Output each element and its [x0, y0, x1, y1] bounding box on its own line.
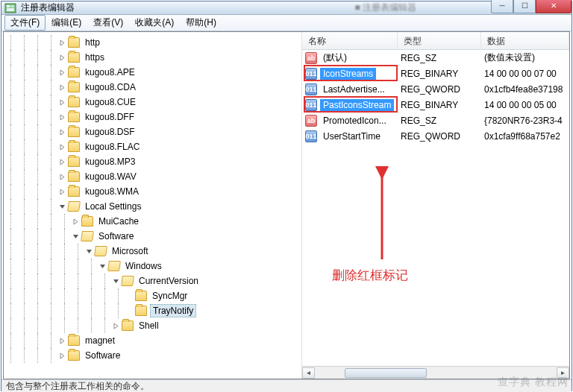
expand-toggle-icon[interactable] — [57, 172, 66, 181]
scroll-left-icon[interactable]: ◄ — [302, 367, 315, 379]
list-row[interactable]: 011LastAdvertise...REG_QWORD0x1cfb4fea8e… — [302, 81, 569, 97]
tree-label[interactable]: CurrentVersion — [137, 275, 201, 287]
column-header-data[interactable]: 数据 — [481, 32, 569, 49]
tree-item[interactable]: SyncMgr — [4, 288, 301, 303]
tree-item[interactable]: kugou8.WMA — [4, 184, 301, 199]
expand-toggle-icon[interactable] — [98, 262, 107, 271]
column-header-name[interactable]: 名称 — [302, 32, 398, 49]
tree-item[interactable]: kugou8.MP3 — [4, 154, 301, 169]
list-row[interactable]: abPromotedIcon...REG_SZ{7820NR76-23R3-4 — [302, 113, 569, 128]
value-name[interactable]: PromotedIcon... — [320, 115, 389, 127]
tree-label[interactable]: Shell — [137, 320, 161, 332]
folder-icon — [68, 37, 80, 48]
tree-label[interactable]: http — [83, 37, 102, 48]
tree-item[interactable]: MuiCache — [4, 214, 301, 229]
tree-label[interactable]: kugou8.CDA — [83, 81, 138, 93]
scroll-right-icon[interactable]: ► — [557, 367, 569, 379]
tree-label[interactable]: MuiCache — [96, 215, 141, 227]
expand-toggle-icon[interactable] — [71, 217, 80, 226]
tree-label[interactable]: kugou8.DSF — [83, 126, 137, 138]
tree-label[interactable]: kugou8.APE — [83, 66, 137, 78]
expand-toggle-icon[interactable] — [57, 142, 66, 151]
tree-item[interactable]: Software — [4, 229, 301, 244]
maximize-button[interactable]: ☐ — [513, 0, 536, 13]
tree-label[interactable]: Software — [83, 350, 122, 361]
value-type: REG_QWORD — [398, 84, 481, 95]
tree-label[interactable]: Local Settings — [83, 200, 143, 212]
expand-toggle-icon[interactable] — [84, 247, 93, 256]
tree-label[interactable]: kugou8.CUE — [83, 96, 138, 108]
expand-toggle-icon[interactable] — [111, 276, 120, 285]
tree-label[interactable]: Windows — [123, 260, 164, 272]
folder-icon — [68, 350, 80, 361]
tree-label[interactable]: kugou8.WMA — [83, 186, 141, 197]
menu-file[interactable]: 文件(F) — [4, 15, 46, 31]
tree-label[interactable]: kugou8.FLAC — [83, 141, 142, 153]
tree-item[interactable]: CurrentVersion — [4, 274, 301, 288]
list-hscrollbar[interactable]: ◄ ► — [302, 366, 569, 379]
list-row[interactable]: ab(默认)REG_SZ(数值未设置) — [302, 50, 569, 66]
expand-toggle-icon[interactable] — [57, 68, 66, 77]
folder-icon — [68, 127, 80, 137]
tree-label[interactable]: Software — [96, 230, 136, 242]
menu-help[interactable]: 帮助(H) — [180, 15, 222, 31]
tree-label[interactable]: magnet — [83, 335, 117, 347]
tree-item[interactable]: kugou8.DSF — [4, 124, 301, 139]
tree-label[interactable]: kugou8.WAV — [83, 171, 139, 183]
tree-item[interactable]: kugou8.CDA — [4, 80, 301, 95]
expand-toggle-icon[interactable] — [57, 157, 66, 166]
tree-item[interactable]: Windows — [4, 259, 301, 274]
tree-label[interactable]: Microsoft — [110, 245, 151, 257]
value-name[interactable]: LastAdvertise... — [320, 83, 388, 95]
tree-item[interactable]: Local Settings — [4, 199, 301, 214]
tree-item[interactable]: kugou8.CUE — [4, 95, 301, 110]
column-header-type[interactable]: 类型 — [398, 32, 481, 49]
list-row[interactable]: 011PastIconsStreamREG_BINARY14 00 00 00 … — [302, 97, 569, 113]
tree-item[interactable]: kugou8.DFF — [4, 110, 301, 124]
tree-item[interactable]: Shell — [4, 318, 301, 333]
tree-item[interactable]: kugou8.WAV — [4, 169, 301, 184]
tree-label[interactable]: kugou8.MP3 — [83, 156, 137, 168]
expand-toggle-icon[interactable] — [57, 351, 66, 360]
expand-toggle-icon[interactable] — [57, 53, 66, 62]
list-pane[interactable]: 名称 类型 数据 ab(默认)REG_SZ(数值未设置)011IconStrea… — [302, 32, 569, 379]
menu-edit[interactable]: 编辑(E) — [46, 15, 87, 31]
tree-item[interactable]: kugou8.FLAC — [4, 139, 301, 154]
expand-toggle-icon[interactable] — [57, 336, 66, 345]
expand-toggle-icon[interactable] — [57, 202, 66, 211]
tree-label[interactable]: SyncMgr — [150, 290, 190, 302]
expand-toggle-icon[interactable] — [57, 113, 66, 121]
titlebar[interactable]: 注册表编辑器 ■ 注册表编辑器 ─ ☐ ✕ — [1, 1, 572, 15]
tree-item[interactable]: magnet — [4, 333, 301, 348]
value-name[interactable]: (默认) — [320, 51, 350, 65]
list-row[interactable]: 011UserStartTimeREG_QWORD0x1cfa9ff68a757… — [302, 128, 569, 144]
menu-view[interactable]: 查看(V) — [87, 15, 129, 31]
expand-toggle-icon[interactable] — [111, 321, 120, 330]
close-button[interactable]: ✕ — [536, 0, 572, 13]
svg-rect-1 — [7, 5, 10, 7]
tree-item[interactable]: Microsoft — [4, 244, 301, 259]
expand-toggle-icon[interactable] — [57, 98, 66, 107]
tree-item[interactable]: http — [4, 35, 301, 50]
regedit-icon — [4, 2, 16, 14]
expand-toggle-icon[interactable] — [57, 127, 66, 136]
tree-item[interactable]: Software — [4, 348, 301, 363]
tree-label[interactable]: https — [83, 51, 107, 63]
tree-label[interactable]: kugou8.DFF — [83, 111, 137, 123]
tree-item[interactable]: kugou8.APE — [4, 65, 301, 80]
expand-toggle-icon[interactable] — [57, 38, 66, 47]
tree-item[interactable]: TrayNotify — [4, 303, 301, 318]
expand-toggle-icon[interactable] — [57, 83, 66, 92]
expand-toggle-icon[interactable] — [57, 187, 66, 196]
value-type-icon: 011 — [305, 99, 317, 111]
tree-label[interactable]: TrayNotify — [150, 304, 196, 317]
tree-item[interactable]: https — [4, 50, 301, 65]
value-name[interactable]: IconStreams — [320, 68, 376, 80]
list-row[interactable]: 011IconStreamsREG_BINARY14 00 00 00 07 0… — [302, 66, 569, 81]
minimize-button[interactable]: ─ — [491, 0, 513, 13]
expand-toggle-icon[interactable] — [71, 232, 80, 241]
value-name[interactable]: UserStartTime — [320, 130, 383, 142]
menu-favorites[interactable]: 收藏夹(A) — [129, 15, 180, 31]
value-name[interactable]: PastIconsStream — [320, 99, 394, 111]
tree-pane[interactable]: httphttpskugou8.APEkugou8.CDAkugou8.CUEk… — [4, 32, 302, 379]
